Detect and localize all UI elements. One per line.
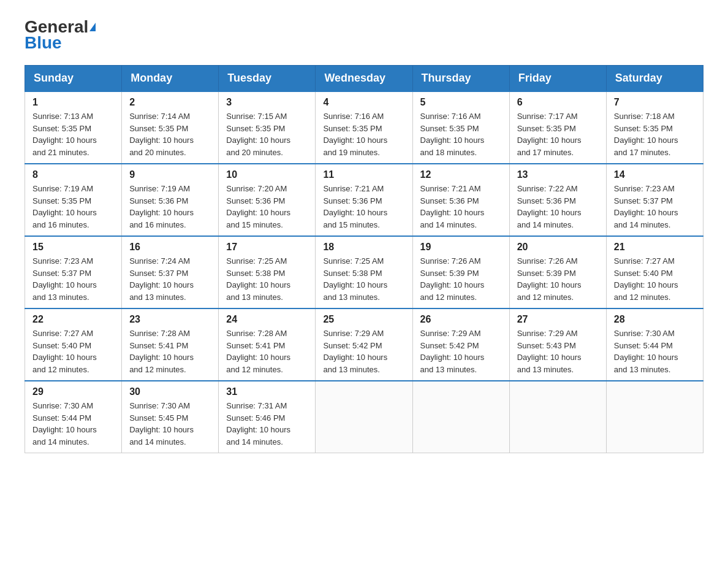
day-info: Sunrise: 7:29 AM Sunset: 5:42 PM Dayligh… bbox=[420, 327, 502, 375]
day-number: 22 bbox=[32, 314, 114, 325]
calendar-cell bbox=[412, 381, 509, 453]
day-number: 13 bbox=[517, 169, 599, 180]
day-number: 11 bbox=[323, 169, 404, 180]
day-number: 16 bbox=[129, 242, 211, 253]
page-header: General Blue bbox=[25, 18, 703, 53]
calendar-cell: 18 Sunrise: 7:25 AM Sunset: 5:38 PM Dayl… bbox=[316, 236, 412, 308]
day-number: 28 bbox=[614, 314, 696, 325]
day-number: 19 bbox=[420, 242, 502, 253]
day-number: 10 bbox=[226, 169, 308, 180]
calendar-header-row: SundayMondayTuesdayWednesdayThursdayFrid… bbox=[25, 66, 703, 92]
calendar-cell: 27 Sunrise: 7:29 AM Sunset: 5:43 PM Dayl… bbox=[509, 308, 606, 381]
calendar-week-row: 29 Sunrise: 7:30 AM Sunset: 5:44 PM Dayl… bbox=[25, 381, 703, 453]
calendar-cell: 22 Sunrise: 7:27 AM Sunset: 5:40 PM Dayl… bbox=[25, 308, 122, 381]
col-header-saturday: Saturday bbox=[606, 66, 703, 92]
calendar-week-row: 8 Sunrise: 7:19 AM Sunset: 5:35 PM Dayli… bbox=[25, 164, 703, 236]
day-number: 29 bbox=[32, 386, 114, 397]
day-info: Sunrise: 7:28 AM Sunset: 5:41 PM Dayligh… bbox=[226, 327, 308, 375]
calendar-cell: 13 Sunrise: 7:22 AM Sunset: 5:36 PM Dayl… bbox=[509, 164, 606, 236]
day-number: 17 bbox=[226, 242, 308, 253]
calendar-cell: 3 Sunrise: 7:15 AM Sunset: 5:35 PM Dayli… bbox=[219, 91, 316, 164]
logo-triangle-icon bbox=[89, 23, 96, 31]
day-number: 25 bbox=[323, 314, 404, 325]
day-info: Sunrise: 7:22 AM Sunset: 5:36 PM Dayligh… bbox=[517, 183, 599, 231]
logo: General Blue bbox=[25, 18, 96, 53]
day-info: Sunrise: 7:25 AM Sunset: 5:38 PM Dayligh… bbox=[226, 255, 308, 303]
day-info: Sunrise: 7:21 AM Sunset: 5:36 PM Dayligh… bbox=[323, 183, 404, 231]
calendar-cell: 14 Sunrise: 7:23 AM Sunset: 5:37 PM Dayl… bbox=[606, 164, 703, 236]
day-info: Sunrise: 7:30 AM Sunset: 5:44 PM Dayligh… bbox=[614, 327, 696, 375]
day-number: 2 bbox=[129, 97, 211, 108]
calendar-cell: 23 Sunrise: 7:28 AM Sunset: 5:41 PM Dayl… bbox=[122, 308, 219, 381]
calendar-cell bbox=[509, 381, 606, 453]
calendar-cell: 16 Sunrise: 7:24 AM Sunset: 5:37 PM Dayl… bbox=[122, 236, 219, 308]
calendar-cell: 12 Sunrise: 7:21 AM Sunset: 5:36 PM Dayl… bbox=[412, 164, 509, 236]
day-number: 24 bbox=[226, 314, 308, 325]
calendar-cell: 19 Sunrise: 7:26 AM Sunset: 5:39 PM Dayl… bbox=[412, 236, 509, 308]
day-info: Sunrise: 7:24 AM Sunset: 5:37 PM Dayligh… bbox=[129, 255, 211, 303]
day-info: Sunrise: 7:18 AM Sunset: 5:35 PM Dayligh… bbox=[614, 110, 696, 158]
calendar-cell: 4 Sunrise: 7:16 AM Sunset: 5:35 PM Dayli… bbox=[316, 91, 412, 164]
day-number: 23 bbox=[129, 314, 211, 325]
col-header-tuesday: Tuesday bbox=[219, 66, 316, 92]
day-info: Sunrise: 7:20 AM Sunset: 5:36 PM Dayligh… bbox=[226, 183, 308, 231]
calendar-cell bbox=[606, 381, 703, 453]
day-number: 15 bbox=[32, 242, 114, 253]
day-number: 18 bbox=[323, 242, 404, 253]
day-info: Sunrise: 7:16 AM Sunset: 5:35 PM Dayligh… bbox=[323, 110, 404, 158]
calendar-cell: 25 Sunrise: 7:29 AM Sunset: 5:42 PM Dayl… bbox=[316, 308, 412, 381]
day-number: 30 bbox=[129, 386, 211, 397]
day-number: 9 bbox=[129, 169, 211, 180]
day-info: Sunrise: 7:19 AM Sunset: 5:36 PM Dayligh… bbox=[129, 183, 211, 231]
day-info: Sunrise: 7:19 AM Sunset: 5:35 PM Dayligh… bbox=[32, 183, 114, 231]
day-number: 14 bbox=[614, 169, 696, 180]
calendar-week-row: 22 Sunrise: 7:27 AM Sunset: 5:40 PM Dayl… bbox=[25, 308, 703, 381]
calendar-cell bbox=[316, 381, 412, 453]
day-info: Sunrise: 7:30 AM Sunset: 5:44 PM Dayligh… bbox=[32, 400, 114, 448]
day-info: Sunrise: 7:21 AM Sunset: 5:36 PM Dayligh… bbox=[420, 183, 502, 231]
day-info: Sunrise: 7:16 AM Sunset: 5:35 PM Dayligh… bbox=[420, 110, 502, 158]
calendar-cell: 6 Sunrise: 7:17 AM Sunset: 5:35 PM Dayli… bbox=[509, 91, 606, 164]
day-number: 27 bbox=[517, 314, 599, 325]
calendar-cell: 29 Sunrise: 7:30 AM Sunset: 5:44 PM Dayl… bbox=[25, 381, 122, 453]
day-number: 7 bbox=[614, 97, 696, 108]
day-info: Sunrise: 7:31 AM Sunset: 5:46 PM Dayligh… bbox=[226, 400, 308, 448]
calendar-cell: 11 Sunrise: 7:21 AM Sunset: 5:36 PM Dayl… bbox=[316, 164, 412, 236]
day-info: Sunrise: 7:28 AM Sunset: 5:41 PM Dayligh… bbox=[129, 327, 211, 375]
day-info: Sunrise: 7:15 AM Sunset: 5:35 PM Dayligh… bbox=[226, 110, 308, 158]
day-info: Sunrise: 7:23 AM Sunset: 5:37 PM Dayligh… bbox=[32, 255, 114, 303]
day-info: Sunrise: 7:30 AM Sunset: 5:45 PM Dayligh… bbox=[129, 400, 211, 448]
logo-blue: Blue bbox=[25, 33, 62, 53]
day-number: 26 bbox=[420, 314, 502, 325]
col-header-wednesday: Wednesday bbox=[316, 66, 412, 92]
day-info: Sunrise: 7:26 AM Sunset: 5:39 PM Dayligh… bbox=[517, 255, 599, 303]
day-info: Sunrise: 7:27 AM Sunset: 5:40 PM Dayligh… bbox=[32, 327, 114, 375]
calendar-cell: 30 Sunrise: 7:30 AM Sunset: 5:45 PM Dayl… bbox=[122, 381, 219, 453]
day-number: 20 bbox=[517, 242, 599, 253]
calendar-cell: 28 Sunrise: 7:30 AM Sunset: 5:44 PM Dayl… bbox=[606, 308, 703, 381]
day-info: Sunrise: 7:29 AM Sunset: 5:43 PM Dayligh… bbox=[517, 327, 599, 375]
day-info: Sunrise: 7:13 AM Sunset: 5:35 PM Dayligh… bbox=[32, 110, 114, 158]
day-number: 5 bbox=[420, 97, 502, 108]
calendar-cell: 9 Sunrise: 7:19 AM Sunset: 5:36 PM Dayli… bbox=[122, 164, 219, 236]
calendar-cell: 20 Sunrise: 7:26 AM Sunset: 5:39 PM Dayl… bbox=[509, 236, 606, 308]
day-number: 3 bbox=[226, 97, 308, 108]
calendar-cell: 17 Sunrise: 7:25 AM Sunset: 5:38 PM Dayl… bbox=[219, 236, 316, 308]
day-number: 4 bbox=[323, 97, 404, 108]
calendar-cell: 21 Sunrise: 7:27 AM Sunset: 5:40 PM Dayl… bbox=[606, 236, 703, 308]
calendar-cell: 24 Sunrise: 7:28 AM Sunset: 5:41 PM Dayl… bbox=[219, 308, 316, 381]
col-header-sunday: Sunday bbox=[25, 66, 122, 92]
day-number: 1 bbox=[32, 97, 114, 108]
day-info: Sunrise: 7:23 AM Sunset: 5:37 PM Dayligh… bbox=[614, 183, 696, 231]
day-number: 12 bbox=[420, 169, 502, 180]
day-info: Sunrise: 7:26 AM Sunset: 5:39 PM Dayligh… bbox=[420, 255, 502, 303]
day-info: Sunrise: 7:27 AM Sunset: 5:40 PM Dayligh… bbox=[614, 255, 696, 303]
day-info: Sunrise: 7:17 AM Sunset: 5:35 PM Dayligh… bbox=[517, 110, 599, 158]
calendar-cell: 5 Sunrise: 7:16 AM Sunset: 5:35 PM Dayli… bbox=[412, 91, 509, 164]
calendar-cell: 10 Sunrise: 7:20 AM Sunset: 5:36 PM Dayl… bbox=[219, 164, 316, 236]
calendar-cell: 7 Sunrise: 7:18 AM Sunset: 5:35 PM Dayli… bbox=[606, 91, 703, 164]
col-header-friday: Friday bbox=[509, 66, 606, 92]
calendar-cell: 31 Sunrise: 7:31 AM Sunset: 5:46 PM Dayl… bbox=[219, 381, 316, 453]
calendar-cell: 8 Sunrise: 7:19 AM Sunset: 5:35 PM Dayli… bbox=[25, 164, 122, 236]
day-info: Sunrise: 7:25 AM Sunset: 5:38 PM Dayligh… bbox=[323, 255, 404, 303]
